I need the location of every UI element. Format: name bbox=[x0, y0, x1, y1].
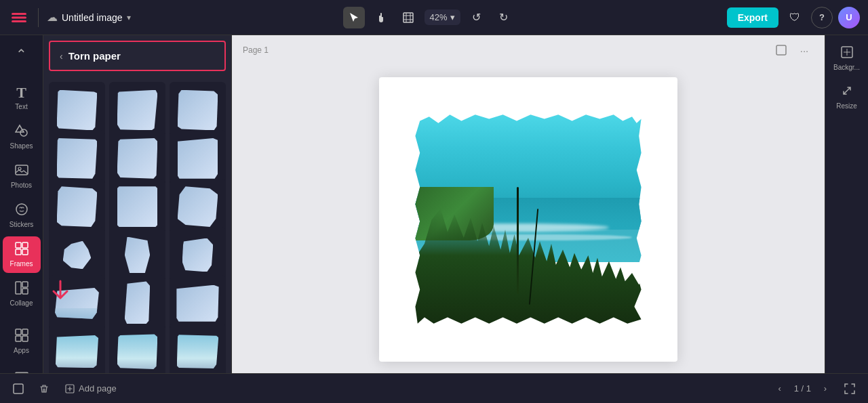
page-indicator: 1 / 1 bbox=[794, 383, 811, 394]
right-panel: Backgr... Resize bbox=[825, 35, 868, 373]
shield-button[interactable]: 🛡 bbox=[784, 7, 806, 28]
canvas-settings-button[interactable] bbox=[772, 41, 791, 60]
sidebar-label-text: Text bbox=[15, 103, 27, 110]
zoom-caret-icon: ▾ bbox=[450, 12, 455, 22]
canvas-photo bbox=[413, 112, 644, 326]
bottom-bar: Add page ‹ 1 / 1 › bbox=[0, 373, 868, 403]
right-panel-background-label: Backgr... bbox=[833, 64, 860, 71]
total-pages: 1 bbox=[806, 383, 811, 394]
sidebar-label-apps: Apps bbox=[14, 347, 29, 354]
sidebar-label-shapes: Shapes bbox=[10, 142, 33, 150]
background-icon bbox=[841, 46, 853, 62]
canvas-more-button[interactable]: ··· bbox=[795, 41, 814, 60]
select-tool-button[interactable] bbox=[343, 7, 365, 28]
svg-rect-16 bbox=[22, 329, 28, 335]
canvas-top-right: ··· bbox=[772, 41, 814, 60]
document-title-area[interactable]: ☁ Untitled image ▾ bbox=[47, 11, 131, 24]
header-divider bbox=[38, 8, 39, 27]
sidebar: ⌃ T Text Shapes Photos Stickers bbox=[0, 35, 43, 373]
svg-rect-14 bbox=[22, 289, 28, 294]
canvas-page bbox=[379, 77, 677, 362]
apps-icon bbox=[15, 328, 28, 345]
panel-title: Torn paper bbox=[68, 50, 121, 62]
torn-paper-item-17[interactable] bbox=[109, 324, 165, 373]
torn-paper-item-16[interactable] bbox=[49, 324, 105, 373]
collage-icon bbox=[15, 281, 28, 298]
sidebar-item-shapes[interactable]: Shapes bbox=[3, 119, 41, 155]
page-label: Page 1 bbox=[243, 45, 269, 55]
canvas-top-bar: Page 1 ··· bbox=[232, 35, 825, 65]
sidebar-label-photos: Photos bbox=[11, 182, 32, 189]
right-panel-background[interactable]: Backgr... bbox=[828, 41, 866, 77]
svg-rect-12 bbox=[16, 282, 21, 294]
svg-point-6 bbox=[18, 167, 21, 170]
svg-rect-15 bbox=[16, 329, 21, 335]
right-panel-resize[interactable]: Resize bbox=[828, 79, 866, 115]
torn-paper-item-15[interactable] bbox=[170, 275, 226, 331]
stickers-icon bbox=[15, 203, 28, 219]
sidebar-item-apps[interactable]: Apps bbox=[3, 323, 41, 360]
svg-rect-11 bbox=[22, 249, 28, 255]
torn-paper-item-14[interactable] bbox=[109, 275, 165, 331]
avatar[interactable]: U bbox=[838, 7, 860, 28]
export-button[interactable]: Export bbox=[727, 7, 778, 28]
sidebar-label-frames: Frames bbox=[10, 260, 33, 268]
svg-rect-17 bbox=[16, 336, 21, 341]
back-button[interactable]: ‹ bbox=[60, 51, 63, 62]
add-page-button[interactable]: Add page bbox=[60, 379, 122, 398]
sidebar-item-frames[interactable]: Frames bbox=[3, 236, 41, 273]
torn-paper-item-13[interactable] bbox=[49, 275, 105, 331]
page-nav: ‹ 1 / 1 › bbox=[771, 380, 834, 398]
prev-page-button[interactable]: ‹ bbox=[771, 380, 789, 398]
frames-icon bbox=[15, 242, 28, 259]
svg-rect-10 bbox=[16, 249, 21, 255]
svg-rect-2 bbox=[12, 20, 26, 22]
document-title: Untitled image bbox=[62, 12, 123, 23]
hand-tool-button[interactable] bbox=[370, 7, 392, 28]
sidebar-item-stickers[interactable]: Stickers bbox=[3, 197, 41, 234]
sidebar-label-stickers: Stickers bbox=[9, 221, 34, 228]
svg-rect-20 bbox=[776, 45, 786, 55]
svg-rect-22 bbox=[14, 384, 23, 394]
svg-rect-3 bbox=[403, 13, 413, 22]
zoom-level: 42% bbox=[430, 12, 448, 22]
undo-button[interactable]: ↺ bbox=[466, 7, 488, 28]
sidebar-label-collage: Collage bbox=[10, 299, 33, 307]
svg-point-7 bbox=[16, 204, 27, 215]
sidebar-item-collapse[interactable]: ⌃ bbox=[3, 41, 41, 68]
fit-page-button[interactable] bbox=[840, 379, 860, 399]
logo-button[interactable] bbox=[8, 7, 30, 28]
sidebar-item-collage[interactable]: Collage bbox=[3, 276, 41, 312]
canvas-container bbox=[232, 65, 825, 373]
svg-point-4 bbox=[20, 129, 27, 136]
sidebar-item-photos[interactable]: Photos bbox=[3, 158, 41, 194]
text-icon: T bbox=[16, 84, 26, 102]
panel-header[interactable]: ‹ Torn paper bbox=[49, 41, 226, 71]
torn-paper-item-4[interactable] bbox=[49, 130, 105, 186]
sidebar-item-text[interactable]: T Text bbox=[3, 79, 41, 116]
canvas-tool-button[interactable] bbox=[397, 7, 419, 28]
torn-paper-item-5[interactable] bbox=[109, 130, 165, 186]
add-page-label: Add page bbox=[79, 383, 117, 394]
sidebar-item-present[interactable] bbox=[3, 365, 41, 373]
next-page-button[interactable]: › bbox=[816, 380, 834, 398]
delete-page-button[interactable] bbox=[34, 379, 54, 399]
collapse-icon: ⌃ bbox=[16, 46, 27, 62]
redo-button[interactable]: ↻ bbox=[493, 7, 515, 28]
torn-paper-item-18[interactable] bbox=[170, 324, 226, 373]
torn-paper-grid bbox=[43, 77, 231, 373]
right-panel-resize-label: Resize bbox=[836, 102, 857, 110]
cloud-icon: ☁ bbox=[47, 11, 58, 24]
plant-stem-1 bbox=[517, 187, 519, 294]
canvas-frame[interactable] bbox=[406, 104, 650, 335]
svg-rect-1 bbox=[12, 16, 26, 18]
zoom-control[interactable]: 42% ▾ bbox=[425, 9, 460, 25]
torn-paper-item-6[interactable] bbox=[170, 130, 226, 186]
add-page-frame-button[interactable] bbox=[8, 379, 28, 399]
svg-rect-9 bbox=[22, 242, 28, 248]
page-separator: / bbox=[802, 383, 804, 394]
torn-paper-panel: ‹ Torn paper bbox=[43, 35, 232, 373]
current-page: 1 bbox=[794, 383, 799, 394]
svg-rect-8 bbox=[16, 242, 21, 248]
help-button[interactable]: ? bbox=[811, 7, 833, 28]
